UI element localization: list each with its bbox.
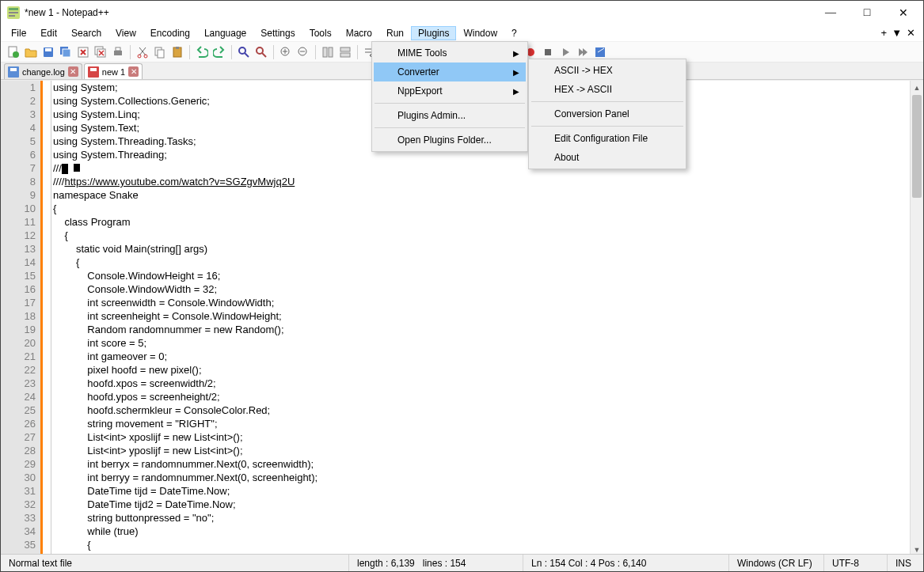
svg-rect-43: [90, 68, 97, 71]
submenu-arrow-icon: ▶: [513, 68, 519, 77]
menu-run[interactable]: Run: [379, 26, 411, 40]
menu-file[interactable]: File: [4, 26, 33, 40]
converter-edit-config[interactable]: Edit Configuration File: [530, 129, 684, 148]
save-all-icon[interactable]: [58, 44, 74, 60]
close-button[interactable]: ✕: [885, 1, 922, 25]
svg-rect-13: [114, 51, 122, 55]
status-mode[interactable]: INS: [888, 555, 923, 571]
close-file-icon[interactable]: [75, 44, 91, 60]
maximize-button[interactable]: □: [849, 1, 885, 25]
scroll-up-icon[interactable]: ▲: [911, 81, 923, 94]
plugins-open-folder[interactable]: Open Plugins Folder...: [374, 131, 526, 150]
redo-icon[interactable]: [211, 44, 227, 60]
zoom-out-icon[interactable]: [295, 44, 311, 60]
code-area[interactable]: using System;using System.Collections.Ge…: [51, 81, 923, 556]
menu-window[interactable]: Window: [456, 26, 504, 40]
minimize-button[interactable]: —: [812, 1, 849, 25]
replace-icon[interactable]: [253, 44, 269, 60]
statusbar: Normal text file length : 6,139 lines : …: [1, 554, 923, 571]
menu-separator: [375, 127, 525, 128]
copy-icon[interactable]: [152, 44, 168, 60]
menubar: File Edit Search View Encoding Language …: [1, 25, 923, 42]
plugins-admin[interactable]: Plugins Admin...: [374, 106, 526, 125]
window-title: *new 1 - Notepad++: [25, 7, 812, 18]
tab-close-icon[interactable]: ✕: [128, 66, 139, 77]
titlebar: *new 1 - Notepad++ — □ ✕: [1, 1, 923, 25]
save-icon[interactable]: [40, 44, 56, 60]
change-margin: [40, 81, 51, 556]
cut-icon[interactable]: [135, 44, 150, 60]
menu-tools[interactable]: Tools: [302, 26, 339, 40]
svg-rect-18: [158, 50, 164, 58]
tab-new-1[interactable]: new 1 ✕: [84, 63, 143, 79]
menu-encoding[interactable]: Encoding: [143, 26, 197, 40]
svg-rect-7: [45, 48, 51, 51]
find-icon[interactable]: [236, 44, 252, 60]
svg-point-22: [257, 47, 263, 54]
status-position: Ln : 154 Col : 4 Pos : 6,140: [523, 555, 729, 571]
converter-about[interactable]: About: [530, 148, 684, 167]
converter-hex-to-ascii[interactable]: HEX -> ASCII: [530, 80, 684, 99]
menu-help[interactable]: ?: [504, 26, 524, 40]
submenu-arrow-icon: ▶: [513, 49, 519, 58]
undo-icon[interactable]: [194, 44, 210, 60]
line-number-gutter: 1234567891011121314151617181920212223242…: [1, 81, 40, 556]
open-file-icon[interactable]: [23, 44, 39, 60]
menubar-plus-icon[interactable]: +: [881, 27, 888, 39]
converter-ascii-to-hex[interactable]: ASCII -> HEX: [530, 61, 684, 80]
svg-rect-38: [545, 49, 551, 55]
plugins-nppexport[interactable]: NppExport▶: [374, 81, 526, 100]
close-all-icon[interactable]: [93, 44, 108, 60]
menu-separator: [375, 103, 525, 104]
converter-dropdown: ASCII -> HEX HEX -> ASCII Conversion Pan…: [528, 59, 686, 169]
svg-rect-27: [340, 47, 350, 51]
tab-close-icon[interactable]: ✕: [68, 66, 78, 77]
stop-macro-icon[interactable]: [540, 44, 556, 60]
menu-language[interactable]: Language: [197, 26, 253, 40]
submenu-arrow-icon: ▶: [513, 87, 519, 96]
menu-view[interactable]: View: [108, 26, 143, 40]
menu-plugins[interactable]: Plugins: [411, 26, 456, 40]
new-file-icon[interactable]: [6, 44, 21, 60]
status-eol[interactable]: Windows (CR LF): [729, 555, 824, 571]
menu-separator: [531, 101, 683, 102]
play-multi-icon[interactable]: [575, 44, 591, 60]
status-encoding[interactable]: UTF-8: [824, 555, 888, 571]
menu-search[interactable]: Search: [64, 26, 108, 40]
converter-conversion-panel[interactable]: Conversion Panel: [530, 104, 684, 123]
sync-v-icon[interactable]: [320, 44, 336, 60]
unsaved-file-icon: [88, 66, 99, 78]
vertical-scrollbar[interactable]: ▲ ▼: [910, 81, 923, 556]
menubar-down-icon[interactable]: ▼: [892, 27, 902, 39]
save-macro-icon[interactable]: [592, 44, 608, 60]
svg-point-5: [13, 51, 19, 58]
svg-rect-20: [176, 47, 179, 49]
plugins-converter[interactable]: Converter▶: [374, 63, 526, 81]
svg-rect-9: [63, 49, 70, 57]
zoom-in-icon[interactable]: [278, 44, 294, 60]
menu-settings[interactable]: Settings: [253, 26, 302, 40]
plugins-mime-tools[interactable]: MIME Tools▶: [374, 44, 526, 63]
tab-label: new 1: [102, 67, 125, 77]
sync-h-icon[interactable]: [337, 44, 353, 60]
svg-point-21: [239, 47, 245, 54]
tab-change-log[interactable]: change.log ✕: [4, 63, 82, 79]
print-icon[interactable]: [110, 44, 126, 60]
svg-rect-28: [340, 53, 350, 57]
svg-rect-1: [9, 8, 18, 10]
status-filetype: Normal text file: [1, 555, 349, 571]
svg-rect-25: [323, 47, 327, 57]
menu-separator: [531, 126, 683, 127]
svg-rect-26: [329, 47, 333, 57]
menu-macro[interactable]: Macro: [339, 26, 379, 40]
menubar-x-icon[interactable]: ✕: [907, 27, 915, 39]
tab-label: change.log: [22, 67, 65, 77]
paste-icon[interactable]: [169, 44, 185, 60]
svg-rect-3: [9, 15, 15, 17]
plugins-dropdown: MIME Tools▶ Converter▶ NppExport▶ Plugin…: [371, 41, 528, 152]
scroll-thumb[interactable]: [912, 95, 922, 198]
app-icon: [7, 6, 20, 19]
saved-file-icon: [8, 66, 19, 78]
play-macro-icon[interactable]: [557, 44, 573, 60]
menu-edit[interactable]: Edit: [33, 26, 64, 40]
